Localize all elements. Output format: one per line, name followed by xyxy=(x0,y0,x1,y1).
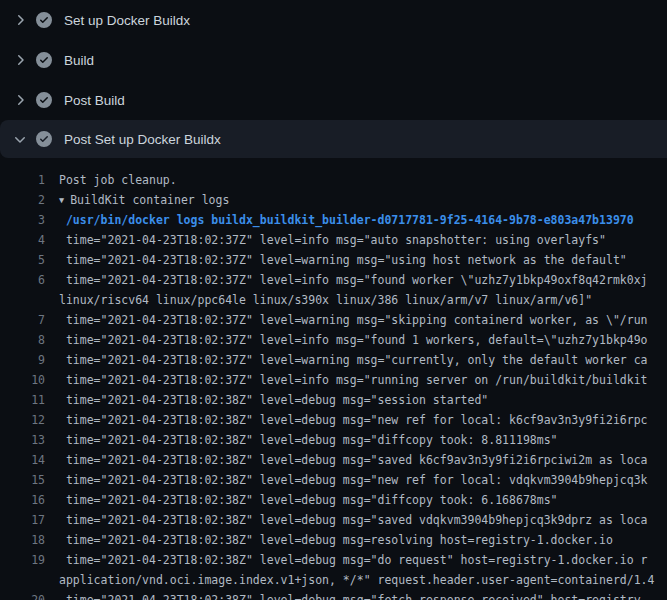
log-text: time="2021-04-23T18:02:37Z" level=info m… xyxy=(45,270,648,290)
line-number[interactable]: 5 xyxy=(0,250,45,270)
log-command-text: /usr/bin/docker logs buildx_buildkit_bui… xyxy=(45,210,634,230)
log-row: 3 /usr/bin/docker logs buildx_buildkit_b… xyxy=(0,210,667,230)
line-number[interactable]: 15 xyxy=(0,470,45,490)
log-row: 5 time="2021-04-23T18:02:37Z" level=warn… xyxy=(0,250,667,270)
line-number[interactable]: 13 xyxy=(0,430,45,450)
step-label: Build xyxy=(64,53,94,68)
log-row: 20 time="2021-04-23T18:02:38Z" level=deb… xyxy=(0,590,667,600)
chevron-right-icon[interactable] xyxy=(12,52,28,68)
log-row: 19 time="2021-04-23T18:02:38Z" level=deb… xyxy=(0,550,667,570)
check-circle-icon xyxy=(36,52,52,68)
log-text: time="2021-04-23T18:02:37Z" level=info m… xyxy=(45,370,648,390)
line-number[interactable]: 6 xyxy=(0,270,45,290)
log-row: 17 time="2021-04-23T18:02:38Z" level=deb… xyxy=(0,510,667,530)
step-row-set-up-docker-buildx[interactable]: Set up Docker Buildx xyxy=(0,0,667,40)
log-text: linux/riscv64 linux/ppc64le linux/s390x … xyxy=(45,290,592,310)
log-text: time="2021-04-23T18:02:38Z" level=debug … xyxy=(45,430,558,450)
log-row: application/vnd.oci.image.index.v1+json,… xyxy=(0,570,667,590)
line-number[interactable]: 12 xyxy=(0,410,45,430)
line-number[interactable]: 2 xyxy=(0,190,45,210)
log-row: 11 time="2021-04-23T18:02:38Z" level=deb… xyxy=(0,390,667,410)
log-text: time="2021-04-23T18:02:37Z" level=warnin… xyxy=(45,250,627,270)
log-text: application/vnd.oci.image.index.v1+json,… xyxy=(45,570,654,590)
log-text: time="2021-04-23T18:02:38Z" level=debug … xyxy=(45,470,648,490)
line-number xyxy=(0,570,45,590)
chevron-right-icon[interactable] xyxy=(12,12,28,28)
log-text: time="2021-04-23T18:02:38Z" level=debug … xyxy=(45,550,648,570)
line-number[interactable]: 14 xyxy=(0,450,45,470)
line-number[interactable]: 16 xyxy=(0,490,45,510)
step-list: Set up Docker Buildx Build Post Build Po… xyxy=(0,0,667,158)
check-circle-icon xyxy=(36,12,52,28)
line-number xyxy=(0,290,45,310)
log-row: 6 time="2021-04-23T18:02:37Z" level=info… xyxy=(0,270,667,290)
step-row-post-set-up-docker-buildx[interactable]: Post Set up Docker Buildx xyxy=(0,120,667,158)
line-number[interactable]: 19 xyxy=(0,550,45,570)
log-text: time="2021-04-23T18:02:38Z" level=debug … xyxy=(45,450,648,470)
step-label: Post Set up Docker Buildx xyxy=(64,132,221,147)
log-row: 7 time="2021-04-23T18:02:37Z" level=warn… xyxy=(0,310,667,330)
log-row: 12 time="2021-04-23T18:02:38Z" level=deb… xyxy=(0,410,667,430)
check-circle-icon xyxy=(36,131,52,147)
line-number[interactable]: 7 xyxy=(0,310,45,330)
log-row: 13 time="2021-04-23T18:02:38Z" level=deb… xyxy=(0,430,667,450)
log-row: linux/riscv64 linux/ppc64le linux/s390x … xyxy=(0,290,667,310)
log-text: time="2021-04-23T18:02:38Z" level=debug … xyxy=(45,590,648,600)
log-row: 14 time="2021-04-23T18:02:38Z" level=deb… xyxy=(0,450,667,470)
log-text: time="2021-04-23T18:02:38Z" level=debug … xyxy=(45,410,648,430)
log-text: Post job cleanup. xyxy=(45,170,177,190)
step-label: Post Build xyxy=(64,93,125,108)
log-row: 8 time="2021-04-23T18:02:37Z" level=info… xyxy=(0,330,667,350)
line-number[interactable]: 4 xyxy=(0,230,45,250)
line-number[interactable]: 11 xyxy=(0,390,45,410)
log-text: ▼BuildKit container logs xyxy=(45,190,229,210)
line-number[interactable]: 9 xyxy=(0,350,45,370)
chevron-down-icon[interactable] xyxy=(12,131,28,147)
line-number[interactable]: 10 xyxy=(0,370,45,390)
line-number[interactable]: 18 xyxy=(0,530,45,550)
log-row: 9 time="2021-04-23T18:02:37Z" level=warn… xyxy=(0,350,667,370)
line-number[interactable]: 17 xyxy=(0,510,45,530)
log-row: 16 time="2021-04-23T18:02:38Z" level=deb… xyxy=(0,490,667,510)
log-lines: 1Post job cleanup.2▼BuildKit container l… xyxy=(0,170,667,600)
log-text: time="2021-04-23T18:02:37Z" level=warnin… xyxy=(45,350,648,370)
step-row-post-build[interactable]: Post Build xyxy=(0,80,667,120)
log-text: time="2021-04-23T18:02:37Z" level=info m… xyxy=(45,230,606,250)
line-number[interactable]: 20 xyxy=(0,590,45,600)
line-number[interactable]: 3 xyxy=(0,210,45,230)
check-circle-icon xyxy=(36,92,52,108)
log-viewer: 1Post job cleanup.2▼BuildKit container l… xyxy=(0,158,667,600)
log-text: time="2021-04-23T18:02:38Z" level=debug … xyxy=(45,510,648,530)
log-row: 10 time="2021-04-23T18:02:37Z" level=inf… xyxy=(0,370,667,390)
log-text: time="2021-04-23T18:02:38Z" level=debug … xyxy=(45,490,558,510)
log-text: time="2021-04-23T18:02:37Z" level=info m… xyxy=(45,330,648,350)
step-label: Set up Docker Buildx xyxy=(64,13,190,28)
log-text: time="2021-04-23T18:02:38Z" level=debug … xyxy=(45,390,488,410)
log-row: 18 time="2021-04-23T18:02:38Z" level=deb… xyxy=(0,530,667,550)
log-text: time="2021-04-23T18:02:37Z" level=warnin… xyxy=(45,310,648,330)
log-row: 15 time="2021-04-23T18:02:38Z" level=deb… xyxy=(0,470,667,490)
log-row: 2▼BuildKit container logs xyxy=(0,190,667,210)
group-toggle-icon[interactable]: ▼ xyxy=(59,190,64,210)
log-row: 1Post job cleanup. xyxy=(0,170,667,190)
log-row: 4 time="2021-04-23T18:02:37Z" level=info… xyxy=(0,230,667,250)
chevron-right-icon[interactable] xyxy=(12,92,28,108)
step-row-build[interactable]: Build xyxy=(0,40,667,80)
line-number[interactable]: 8 xyxy=(0,330,45,350)
log-text: time="2021-04-23T18:02:38Z" level=debug … xyxy=(45,530,613,550)
line-number[interactable]: 1 xyxy=(0,170,45,190)
